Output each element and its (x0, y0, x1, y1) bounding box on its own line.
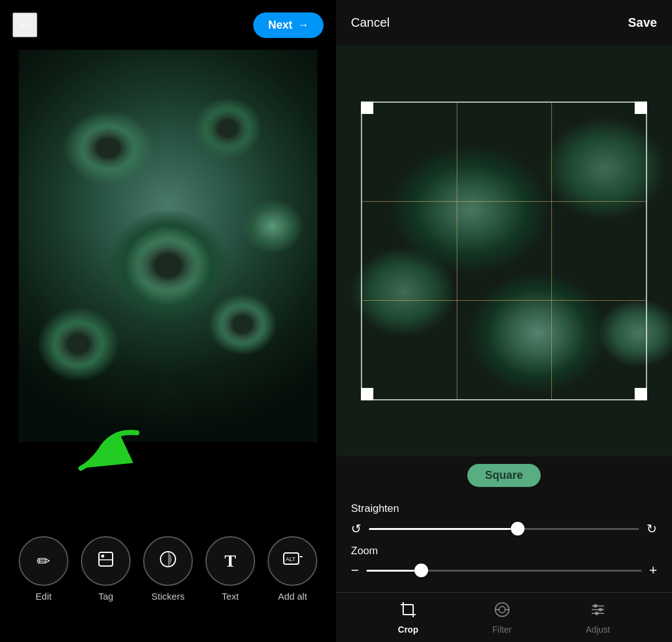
tag-icon-circle (81, 536, 131, 586)
stickers-label: Stickers (151, 591, 184, 602)
left-header: ← Next → (0, 0, 336, 50)
straighten-slider-thumb[interactable] (511, 522, 525, 536)
rotate-right-icon[interactable]: ↻ (646, 521, 657, 536)
left-panel: ← Next → ✏ Edit (0, 0, 336, 642)
edit-icon-circle: ✏ (19, 536, 68, 586)
text-icon-circle: T (205, 536, 255, 586)
filter-tab-icon (493, 601, 511, 622)
filter-tab-label: Filter (492, 625, 511, 635)
add-alt-icon-circle: ALT (268, 536, 317, 586)
svg-text:ALT: ALT (286, 556, 296, 562)
controls-area: Straighten ↺ ↻ Zoom − + (336, 494, 672, 592)
stickers-icon (158, 549, 178, 574)
corner-handle-br[interactable] (635, 388, 647, 400)
crop-frame[interactable] (361, 101, 647, 400)
tag-icon (96, 550, 115, 573)
tab-adjust[interactable]: Adjust (586, 601, 610, 635)
next-button[interactable]: Next → (253, 12, 324, 38)
straighten-slider-fill (369, 528, 518, 530)
svg-point-2 (101, 554, 105, 557)
tab-filter[interactable]: Filter (492, 601, 511, 635)
next-label: Next (268, 19, 292, 32)
green-arrow-annotation (62, 423, 143, 488)
right-panel: Cancel Save Square Straighten ↺ (336, 0, 672, 642)
tool-tag[interactable]: Tag (81, 536, 131, 602)
zoom-minus-icon[interactable]: − (351, 564, 359, 577)
photo-preview (19, 50, 317, 442)
succulent-dark-overlay (19, 50, 317, 442)
add-alt-label: Add alt (278, 591, 307, 602)
svg-point-22 (595, 611, 599, 615)
zoom-control: Zoom − + (351, 545, 657, 577)
photo-background (19, 50, 317, 442)
edit-label: Edit (35, 591, 52, 602)
crop-tab-icon (399, 601, 417, 622)
square-aspect-button[interactable]: Square (467, 464, 540, 487)
add-alt-icon: ALT (282, 550, 302, 572)
next-arrow-icon: → (297, 19, 309, 32)
right-header: Cancel Save (336, 0, 672, 45)
straighten-control: Straighten ↺ ↻ (351, 503, 657, 536)
crop-photo-area[interactable] (336, 45, 672, 456)
svg-point-20 (594, 604, 597, 608)
tag-label: Tag (98, 591, 113, 602)
tool-add-alt[interactable]: ALT Add alt (268, 536, 317, 602)
zoom-plus-icon[interactable]: + (649, 564, 657, 577)
straighten-slider-row: ↺ ↻ (351, 521, 657, 536)
grid-line-vertical-2 (551, 103, 552, 399)
straighten-label: Straighten (351, 503, 657, 515)
straighten-slider-track[interactable] (369, 528, 639, 530)
corner-handle-tl[interactable] (361, 101, 373, 114)
adjust-tab-label: Adjust (586, 625, 610, 635)
zoom-slider-row: − + (351, 564, 657, 577)
crop-tab-label: Crop (398, 625, 419, 635)
grid-line-vertical-1 (457, 103, 457, 399)
tool-stickers[interactable]: Stickers (143, 536, 193, 602)
text-label: Text (222, 591, 239, 602)
edit-icon: ✏ (37, 552, 50, 571)
rotate-left-icon[interactable]: ↺ (351, 521, 362, 536)
stickers-icon-circle (143, 536, 193, 586)
adjust-tab-icon (589, 601, 607, 622)
tool-items-row: ✏ Edit Tag (0, 524, 336, 608)
aspect-ratio-area: Square (336, 456, 672, 494)
corner-handle-bl[interactable] (361, 388, 373, 400)
zoom-slider-fill (366, 570, 421, 572)
back-button[interactable]: ← (12, 12, 37, 37)
green-arrow-icon (62, 423, 143, 486)
grid-line-horizontal-2 (362, 300, 646, 301)
corner-handle-tr[interactable] (635, 101, 647, 114)
zoom-slider-track[interactable] (366, 570, 642, 572)
svg-rect-1 (99, 552, 113, 566)
tab-crop[interactable]: Crop (398, 601, 419, 635)
grid-line-horizontal-1 (362, 201, 646, 202)
svg-point-21 (599, 608, 602, 611)
bottom-tab-bar: Crop Filter (336, 592, 672, 642)
save-button[interactable]: Save (628, 16, 657, 30)
svg-point-14 (499, 607, 505, 613)
bottom-toolbar: ✏ Edit Tag (0, 524, 336, 642)
tool-text[interactable]: T Text (205, 536, 255, 602)
zoom-label: Zoom (351, 545, 657, 557)
svg-rect-8 (403, 605, 413, 615)
cancel-button[interactable]: Cancel (351, 16, 390, 30)
zoom-slider-thumb[interactable] (414, 564, 428, 577)
text-icon: T (225, 551, 236, 571)
tool-edit[interactable]: ✏ Edit (19, 536, 68, 602)
